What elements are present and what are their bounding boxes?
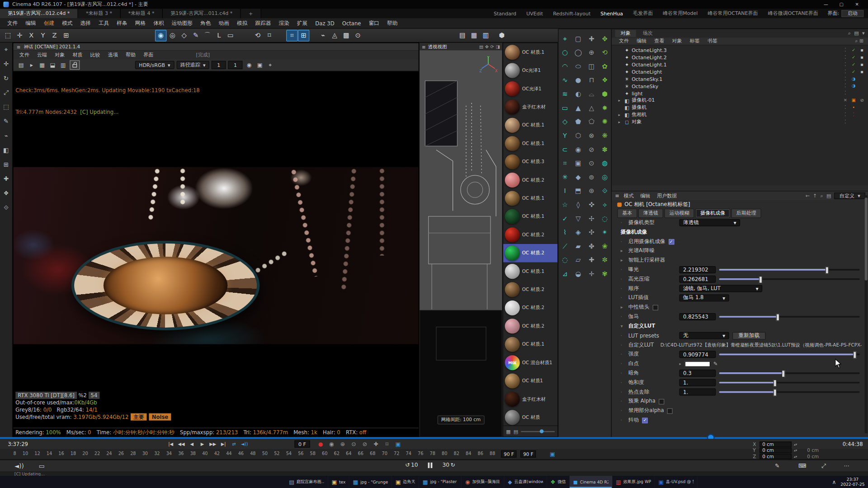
attribute-menu-item[interactable]: 用户数据 [654, 192, 680, 200]
loop-button[interactable]: ⇄ [229, 440, 239, 447]
white-point-swatch[interactable] [684, 361, 710, 366]
expand-icon[interactable]: ▸ [618, 120, 623, 124]
toolbar-icon[interactable]: ⬚ [2, 30, 14, 42]
playback-button[interactable]: ▶| [219, 440, 228, 447]
taskbar-item[interactable]: ▦ jpg - "Plaster [石… [419, 476, 462, 488]
tool-icon[interactable]: ↻ [1, 74, 11, 83]
object-item[interactable]: ✦ OctaneLight.3 ⁚ ✓ ▪ [612, 47, 868, 54]
palette-tool-icon[interactable]: ⬠ [585, 114, 598, 128]
palette-tool-icon[interactable]: ⌖ [558, 32, 571, 46]
material-item[interactable]: OC 材质.1 [503, 135, 557, 153]
saturation-slider[interactable] [719, 382, 860, 384]
toolbar-icon[interactable]: L [213, 30, 225, 42]
palette-tool-icon[interactable]: ✜ [585, 197, 598, 211]
tool-icon[interactable]: ⊞ [1, 160, 11, 169]
strength-field[interactable]: 0.909774 [679, 351, 716, 358]
palette-tool-icon[interactable]: ◯ [571, 45, 585, 59]
layout-tab[interactable]: 峰谷常用Model [658, 10, 703, 17]
om-menu-item[interactable]: 查看 [651, 38, 668, 45]
material-item[interactable]: Oc光泽1 [503, 61, 557, 80]
document-tab[interactable]: *未标题 3 * [78, 9, 121, 19]
visibility-dots[interactable]: ⁚ [843, 91, 848, 96]
toolbar-icon[interactable]: ⌁ [317, 30, 329, 42]
palette-tool-icon[interactable]: ◌ [598, 211, 611, 225]
lut-presets-dropdown[interactable]: 无▾ [679, 332, 729, 339]
palette-tool-icon[interactable]: ⟋ [558, 239, 571, 253]
palette-tool-icon[interactable]: ○ [558, 45, 571, 59]
material-item[interactable]: OC 材质1 [503, 372, 557, 390]
menu-item[interactable]: 跟踪器 [251, 19, 275, 27]
palette-tool-icon[interactable]: ⊂ [558, 142, 571, 156]
palette-tool-icon[interactable]: ◈ [571, 225, 585, 239]
octane-view-icon[interactable]: ⌖ [266, 61, 275, 70]
playback-button[interactable]: ◀ [187, 440, 197, 447]
record-button[interactable]: ⊘ [361, 440, 368, 447]
toolbar-icon[interactable]: ◉ [155, 30, 167, 42]
palette-tool-icon[interactable]: ✿ [598, 59, 611, 73]
custom-lut-section-header[interactable]: ▾ 自定义LUT [612, 321, 868, 331]
palette-tool-icon[interactable]: △ [585, 101, 598, 115]
close-button[interactable]: ✕ [849, 0, 864, 9]
palette-tool-icon[interactable]: ✛ [585, 267, 598, 281]
enable-imager-checkbox[interactable]: ✓ [669, 239, 674, 244]
palette-tool-icon[interactable]: ▲ [571, 101, 585, 115]
timeline-settings-icon[interactable]: ▣ [550, 451, 555, 457]
octane-tool-icon[interactable]: ▦ [38, 61, 47, 70]
viewport-header-icon[interactable]: ◨ [495, 44, 500, 49]
palette-tool-icon[interactable]: ▭ [558, 101, 571, 115]
samples-field[interactable]: 1 [212, 61, 226, 69]
layout-tab[interactable]: ShenHua [595, 11, 628, 16]
octane-tool-icon[interactable]: ▤ [17, 61, 26, 70]
tag-mark[interactable]: ⊘ [859, 98, 864, 103]
tool-icon[interactable]: ◧ [1, 145, 11, 155]
record-button[interactable]: ✚ [372, 440, 380, 447]
om-menu-item[interactable]: 对象 [668, 38, 686, 45]
octane-titlebar[interactable]: ≡ 神话 [OCTANE] 2021.1.4 [13, 43, 418, 51]
palette-tool-icon[interactable]: ⬢ [598, 87, 611, 101]
layout-tab[interactable]: 峰谷常用OCTANE界面 [703, 10, 763, 17]
region-field[interactable]: 1 [228, 61, 243, 69]
palette-tool-icon[interactable]: Y [558, 128, 571, 142]
jump-forward-button[interactable]: 30↻ [443, 462, 455, 468]
palette-tool-icon[interactable]: ✚ [585, 32, 598, 46]
palette-tool-icon[interactable]: ✢ [585, 211, 598, 225]
expand-icon[interactable]: ▸ [618, 113, 623, 117]
octane-tool-icon[interactable]: ▥ [59, 61, 68, 70]
reload-button[interactable]: 重新加载 [732, 332, 765, 339]
premultiply-checkbox[interactable] [659, 399, 664, 404]
exposure-field[interactable]: 2.219302 [679, 266, 716, 273]
menu-item[interactable]: 角色 [197, 19, 215, 27]
palette-tool-icon[interactable]: ✴ [598, 225, 611, 239]
menu-item[interactable]: 扩展 [293, 19, 311, 27]
palette-tool-icon[interactable]: ⬭ [571, 59, 585, 73]
toolbar-icon[interactable]: ⬢ [496, 30, 508, 42]
playback-button[interactable]: |◀ [166, 440, 175, 447]
object-item[interactable]: ✦ light ⁚ [612, 89, 868, 97]
expand-icon[interactable]: ⤢ [821, 463, 826, 469]
toolbar-icon[interactable]: ⊞ [60, 30, 72, 42]
toolbar-icon[interactable]: Y [37, 30, 49, 42]
hotpixel-field[interactable]: 1. [679, 389, 716, 396]
octane-menu-item[interactable]: 文件 [15, 51, 33, 58]
menu-item[interactable]: Daz 3D [311, 20, 338, 26]
enabled-mark[interactable]: ▣ [851, 98, 856, 103]
palette-tool-icon[interactable]: ✤ [585, 239, 598, 253]
material-item[interactable]: 盒子红木材 [503, 390, 557, 408]
toolbar-icon[interactable]: ⌒ [202, 30, 213, 42]
toolbar-icon[interactable]: ▭ [225, 30, 236, 42]
manager-tab[interactable]: 场次 [637, 30, 658, 37]
tool-icon[interactable]: ⌖ [1, 45, 11, 54]
document-tab[interactable]: + [241, 9, 261, 19]
taskbar-item[interactable]: ❖ 微信 [547, 476, 570, 488]
palette-tool-icon[interactable]: ⊓ [585, 73, 598, 87]
maximize-button[interactable]: ▢ [834, 0, 849, 9]
tool-icon[interactable]: ❖ [1, 189, 11, 198]
attribute-nav-icon[interactable]: ← [805, 193, 809, 199]
enabled-mark[interactable]: ✓ [851, 69, 856, 74]
viewport-header-icon[interactable]: ✥ [485, 44, 489, 49]
palette-tool-icon[interactable]: ⊕ [585, 45, 598, 59]
palette-tool-icon[interactable]: ⌗ [558, 156, 571, 170]
toolbar-icon[interactable]: ⊙ [352, 30, 364, 42]
palette-tool-icon[interactable]: ✾ [598, 267, 611, 281]
lut-interp-dropdown[interactable]: 伽马 1.8▾ [679, 294, 729, 301]
